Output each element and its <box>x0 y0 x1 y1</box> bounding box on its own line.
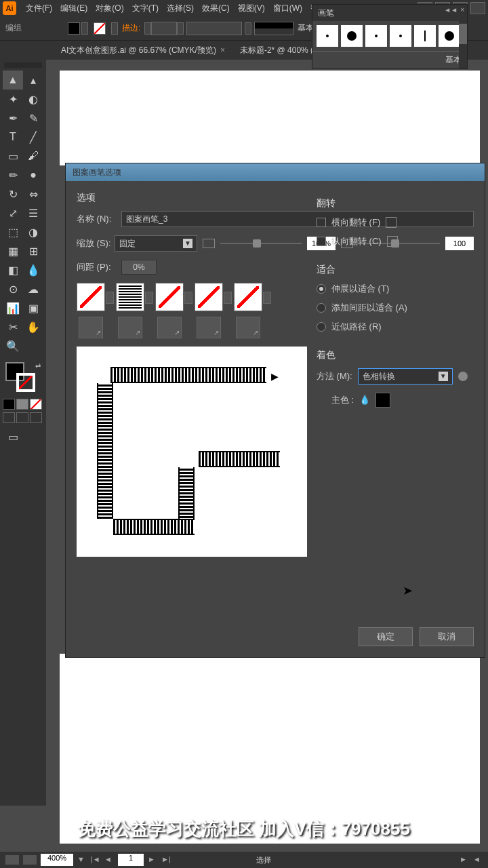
first-page-icon[interactable]: |◄ <box>91 855 100 865</box>
status-icon-1[interactable] <box>5 855 19 865</box>
rotate-tool[interactable]: ↻ <box>3 184 23 203</box>
tile-start[interactable] <box>195 283 223 311</box>
draw-behind-icon[interactable] <box>16 412 28 423</box>
scale-mode-select[interactable]: 固定▼ <box>115 235 197 252</box>
menu-object[interactable]: 对象(O) <box>92 3 127 14</box>
menu-type[interactable]: 文字(T) <box>128 3 163 14</box>
reflect-tool[interactable]: ⇔ <box>23 184 43 203</box>
stroke-color[interactable] <box>16 373 35 392</box>
tile-inner-dir[interactable]: ↗ <box>157 317 182 338</box>
keycolor-chip[interactable] <box>375 393 390 408</box>
blob-brush-tool[interactable]: ● <box>23 165 43 184</box>
free-transform-tool[interactable]: ⬚ <box>3 222 23 241</box>
zoom-tool[interactable]: 🔍 <box>3 336 23 355</box>
fill-dropdown[interactable] <box>81 22 88 35</box>
menu-view[interactable]: 视图(V) <box>234 3 269 14</box>
prev-page-icon[interactable]: ◄ <box>104 855 114 865</box>
color-mode-swatch[interactable] <box>3 399 15 410</box>
gradient-mode-swatch[interactable] <box>16 399 28 410</box>
screen-mode-tool[interactable]: ▭ <box>3 427 23 446</box>
blend-tool[interactable]: ⊙ <box>3 279 23 298</box>
scroll-left-icon[interactable]: ◄ <box>473 855 483 865</box>
tab-close-1[interactable]: × <box>220 45 225 55</box>
artboard-tool[interactable]: ▣ <box>23 298 43 317</box>
brush-1[interactable] <box>317 25 338 47</box>
tile-outer-corner[interactable] <box>116 283 144 311</box>
direct-selection-tool[interactable]: ▴ <box>23 71 43 90</box>
brushes-collapse-icon[interactable]: ◄◄ <box>444 6 458 14</box>
fill-swatch[interactable] <box>68 22 80 35</box>
stroke-width-input[interactable] <box>151 22 177 35</box>
stroke-spinner[interactable] <box>144 22 151 35</box>
menu-window[interactable]: 窗口(W) <box>269 3 306 14</box>
flip-v-checkbox[interactable] <box>317 237 326 246</box>
scale-tool[interactable]: ⤢ <box>3 203 23 222</box>
next-page-icon[interactable]: ► <box>148 855 157 865</box>
width-tool[interactable]: ☰ <box>23 203 43 222</box>
zoom-input[interactable]: 400% <box>41 854 73 866</box>
ok-button[interactable]: 确定 <box>359 627 413 646</box>
shape-builder-tool[interactable]: ◑ <box>23 222 43 241</box>
column-graph-tool[interactable]: 📊 <box>3 298 23 317</box>
stroke-profile-dropdown[interactable] <box>245 22 251 35</box>
artboard-lower[interactable] <box>60 654 480 844</box>
brush-2[interactable] <box>341 25 363 47</box>
hand-tool[interactable]: ✋ <box>23 317 43 336</box>
fit-space-radio[interactable] <box>317 303 326 313</box>
perspective-tool[interactable]: ▦ <box>3 241 23 260</box>
magic-wand-tool[interactable]: ✦ <box>3 90 23 108</box>
mesh-tool[interactable]: ⊞ <box>23 241 43 260</box>
paintbrush-tool[interactable]: 🖌 <box>23 146 43 165</box>
symbol-sprayer-tool[interactable]: ☁ <box>23 279 43 298</box>
slice-tool[interactable]: ✂ <box>3 317 23 336</box>
selection-tool[interactable]: ▲ <box>3 71 23 90</box>
cancel-button[interactable]: 取消 <box>420 627 474 646</box>
workspace-icon[interactable] <box>470 2 485 14</box>
brushes-close-icon[interactable]: × <box>460 6 464 14</box>
line-tool[interactable]: ╱ <box>23 127 43 146</box>
pencil-tool[interactable]: ✏ <box>3 165 23 184</box>
tip-icon[interactable] <box>458 372 468 381</box>
scale-slider[interactable] <box>220 243 302 244</box>
curvature-tool[interactable]: ✎ <box>23 108 43 127</box>
pen-tool[interactable]: ✒ <box>3 108 23 127</box>
draw-normal-icon[interactable] <box>3 412 15 423</box>
lasso-tool[interactable]: ◐ <box>23 90 43 108</box>
gradient-tool[interactable]: ◧ <box>3 260 23 279</box>
stroke-profile[interactable] <box>186 22 242 35</box>
spacing-input[interactable] <box>121 260 157 275</box>
tile-end-dir[interactable]: ↗ <box>236 317 260 338</box>
menu-effect[interactable]: 效果(C) <box>198 3 234 14</box>
dialog-title[interactable]: 图案画笔选项 <box>66 163 485 181</box>
type-tool[interactable]: T <box>3 127 23 146</box>
toolbar-handle[interactable] <box>4 62 42 68</box>
tile-inner-corner[interactable] <box>155 283 184 311</box>
menu-edit[interactable]: 编辑(E) <box>56 3 92 14</box>
brush-preset[interactable] <box>254 22 293 35</box>
rectangle-tool[interactable]: ▭ <box>3 146 23 165</box>
tile-start-dir[interactable]: ↗ <box>197 317 221 338</box>
fit-stretch-radio[interactable] <box>317 284 326 294</box>
artboard[interactable] <box>60 71 480 165</box>
flip-h-checkbox[interactable] <box>317 218 326 227</box>
scroll-right-icon[interactable]: ► <box>460 855 469 865</box>
brush-6[interactable] <box>439 25 460 47</box>
tile-outer-dir[interactable]: ↗ <box>118 317 142 338</box>
stroke-width-dropdown[interactable] <box>177 22 184 35</box>
brushes-scrollbar[interactable] <box>459 21 467 68</box>
draw-inside-icon[interactable] <box>30 412 42 423</box>
last-page-icon[interactable]: ►| <box>161 855 171 865</box>
brush-5[interactable] <box>414 25 436 47</box>
none-mode-swatch[interactable] <box>30 399 42 410</box>
zoom-dropdown-icon[interactable]: ▼ <box>77 855 87 865</box>
brush-3[interactable] <box>365 25 387 47</box>
tile-side-dir[interactable]: ↗ <box>79 317 103 338</box>
eyedropper-tool[interactable]: 💧 <box>23 260 43 279</box>
fit-approx-radio[interactable] <box>317 322 326 332</box>
brush-4[interactable] <box>390 25 411 47</box>
swap-colors-icon[interactable]: ⇄ <box>35 362 41 370</box>
eyedropper-icon[interactable]: 💧 <box>359 395 370 406</box>
stroke-swatch[interactable] <box>94 22 106 35</box>
tab-1[interactable]: AI文本创意图形.ai @ 66.67% (CMYK/预览)× <box>54 42 232 59</box>
stroke-dropdown[interactable] <box>111 22 118 35</box>
